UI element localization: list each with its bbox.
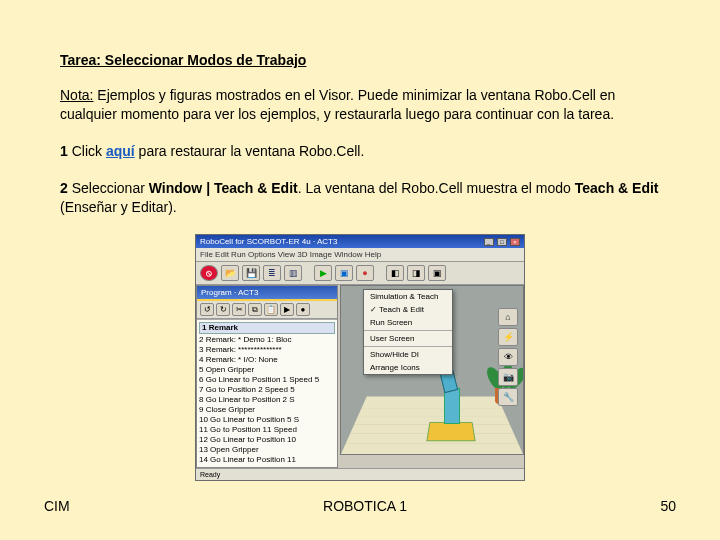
step-2-post: (Enseñar y Editar). [60,199,177,215]
program-panel: Program · ACT3 ↺ ↻ ✂ ⧉ 📋 ▶ ● 1 Remark 2 … [196,285,338,468]
program-line[interactable]: 2 Remark: * Demo 1: Bloc [199,335,335,345]
menu-separator [364,330,452,331]
step-1-num: 1 [60,143,68,159]
menu-item[interactable]: Arrange Icons [364,361,452,374]
save-button[interactable]: 💾 [242,265,260,281]
step-1-pre: Click [68,143,106,159]
status-left: Ready [200,471,220,478]
program-line[interactable]: 9 Close Gripper [199,405,335,415]
viewport-toolbar: ⌂ ⚡ 👁 📷 🔧 [498,308,520,406]
step-1-post: para restaurar la ventana Robo.Cell. [135,143,365,159]
slide-footer: CIM ROBOTICA 1 50 [0,498,720,514]
menu-separator [364,346,452,347]
menu-item[interactable]: Run Screen [364,316,452,329]
vt-cam-icon[interactable]: 📷 [498,368,518,386]
menu-item[interactable]: User Screen [364,332,452,345]
mt-redo-icon[interactable]: ↻ [216,303,230,316]
note-body: Ejemplos y figuras mostrados en el Visor… [60,87,615,122]
program-tab[interactable]: Program · ACT3 [197,286,337,301]
program-list[interactable]: 1 Remark 2 Remark: * Demo 1: Bloc 3 Rema… [197,319,337,467]
program-line[interactable]: 12 Go Linear to Position 10 [199,435,335,445]
program-line[interactable]: 3 Remark: ************** [199,345,335,355]
run-button[interactable]: ▶ [314,265,332,281]
menu-item-checked[interactable]: Teach & Edit [364,303,452,316]
task-title: Tarea: Seleccionar Modos de Trabajo [60,52,660,68]
record-button[interactable]: ● [356,265,374,281]
3d-viewport[interactable]: Simulation & Teach Teach & Edit Run Scre… [340,285,524,455]
step-2-menuitem: Window | Teach & Edit [149,180,298,196]
program-line[interactable]: 14 Go Linear to Position 11 [199,455,335,465]
mt-play-icon[interactable]: ▶ [280,303,294,316]
step-2-pre: Seleccionar [68,180,149,196]
program-line[interactable]: 10 Go Linear to Position 5 S [199,415,335,425]
step-2: 2 Seleccionar Window | Teach & Edit. La … [60,179,660,217]
grid-button[interactable]: ▥ [284,265,302,281]
step-1: 1 Click aquí para restaurar la ventana R… [60,142,660,161]
step-2-num: 2 [60,180,68,196]
note-paragraph: Nota: Ejemplos y figuras mostrados en el… [60,86,660,124]
menu-bar[interactable]: File Edit Run Options View 3D Image Wind… [196,248,524,262]
minimize-icon[interactable]: _ [484,238,494,246]
status-bar: Ready [196,468,524,480]
footer-left: CIM [44,498,70,514]
vt-tool-icon[interactable]: 🔧 [498,388,518,406]
menu-item[interactable]: Simulation & Teach [364,290,452,303]
step-2-mid: . La ventana del Robo.Cell muestra el mo… [298,180,575,196]
mt-paste-icon[interactable]: 📋 [264,303,278,316]
mt-cut-icon[interactable]: ✂ [232,303,246,316]
program-line[interactable]: 6 Go Linear to Position 1 Speed 5 [199,375,335,385]
view1-button[interactable]: ◧ [386,265,404,281]
menu-item[interactable]: Show/Hide DI [364,348,452,361]
maximize-icon[interactable]: □ [497,238,507,246]
program-line[interactable]: 11 Go to Position 11 Speed [199,425,335,435]
footer-right: 50 [660,498,676,514]
screenshot-robocell: RoboCell for SCORBOT-ER 4u · ACT3 _ □ × … [195,234,525,481]
program-line[interactable]: 5 Open Gripper [199,365,335,375]
window-titlebar: RoboCell for SCORBOT-ER 4u · ACT3 _ □ × [196,235,524,248]
mt-copy-icon[interactable]: ⧉ [248,303,262,316]
program-line[interactable]: 7 Go to Position 2 Speed 5 [199,385,335,395]
list-button[interactable]: ≣ [263,265,281,281]
vt-eye-icon[interactable]: 👁 [498,348,518,366]
vt-home-icon[interactable]: ⌂ [498,308,518,326]
window-menu-dropdown[interactable]: Simulation & Teach Teach & Edit Run Scre… [363,289,453,375]
view2-button[interactable]: ◨ [407,265,425,281]
step-button[interactable]: ▣ [335,265,353,281]
vt-bolt-icon[interactable]: ⚡ [498,328,518,346]
mt-rec-icon[interactable]: ● [296,303,310,316]
stop-button[interactable]: ⦸ [200,265,218,281]
mt-undo-icon[interactable]: ↺ [200,303,214,316]
program-toolbar: ↺ ↻ ✂ ⧉ 📋 ▶ ● [197,301,337,319]
toolbar: ⦸ 📂 💾 ≣ ▥ ▶ ▣ ● ◧ ◨ ▣ [196,262,524,285]
program-line[interactable]: 8 Go Linear to Position 2 S [199,395,335,405]
open-button[interactable]: 📂 [221,265,239,281]
restore-link[interactable]: aquí [106,143,135,159]
program-line[interactable]: 13 Open Gripper [199,445,335,455]
program-header: 1 Remark [199,322,335,334]
close-icon[interactable]: × [510,238,520,246]
window-title: RoboCell for SCORBOT-ER 4u · ACT3 [200,237,337,246]
program-line[interactable]: 4 Remark: * I/O: None [199,355,335,365]
note-label: Nota: [60,87,93,103]
view3-button[interactable]: ▣ [428,265,446,281]
step-2-mode: Teach & Edit [575,180,659,196]
footer-center: ROBOTICA 1 [323,498,407,514]
